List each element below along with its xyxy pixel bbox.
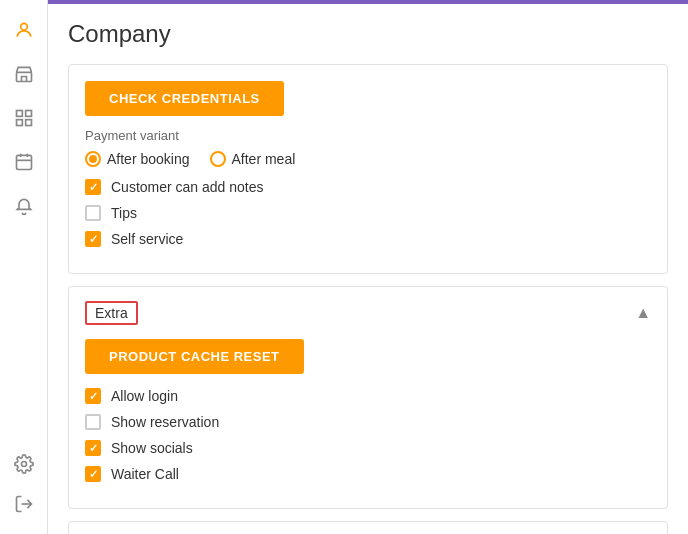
payment-variant-group: After booking After meal [85,151,651,167]
checkbox-self-service-box [85,231,101,247]
sidebar-icon-store[interactable] [6,56,42,92]
svg-rect-5 [25,120,31,126]
checkbox-waiter-call-label: Waiter Call [111,466,179,482]
checkbox-allow-login[interactable]: Allow login [85,388,651,404]
checkbox-show-reservation-box [85,414,101,430]
checkbox-tips-box [85,205,101,221]
sidebar-icon-bell[interactable] [6,188,42,224]
checkbox-tips[interactable]: Tips [85,205,651,221]
checkbox-tips-label: Tips [111,205,137,221]
checkbox-self-service-label: Self service [111,231,183,247]
svg-rect-3 [25,111,31,117]
checkbox-self-service[interactable]: Self service [85,231,651,247]
checkbox-show-reservation[interactable]: Show reservation [85,414,651,430]
sidebar [0,0,48,534]
sidebar-icon-logout[interactable] [6,486,42,522]
radio-after-booking[interactable]: After booking [85,151,190,167]
extra-section-body: PRODUCT CACHE RESET Allow login Show res… [69,339,667,508]
sidebar-icon-grid[interactable] [6,100,42,136]
terms-section: Terms & Conditions ▼ [68,521,668,534]
checkbox-customer-notes-label: Customer can add notes [111,179,264,195]
svg-point-10 [21,462,26,467]
checkbox-allow-login-label: Allow login [111,388,178,404]
terms-section-header[interactable]: Terms & Conditions ▼ [69,522,667,534]
extra-section-header[interactable]: Extra ▲ [69,287,667,339]
checkbox-show-reservation-label: Show reservation [111,414,219,430]
chevron-up-icon: ▲ [635,304,651,322]
payment-variant-label: Payment variant [85,128,651,143]
checkbox-customer-notes-box [85,179,101,195]
company-section: CHECK CREDENTIALS Payment variant After … [68,64,668,274]
main-content: Company CHECK CREDENTIALS Payment varian… [48,0,688,534]
sidebar-icon-person[interactable] [6,12,42,48]
svg-rect-4 [16,120,22,126]
checkbox-allow-login-box [85,388,101,404]
radio-after-booking-circle [85,151,101,167]
extra-section-title: Extra [85,301,138,325]
radio-after-meal-circle [210,151,226,167]
radio-after-meal-label: After meal [232,151,296,167]
checkbox-show-socials-box [85,440,101,456]
svg-rect-2 [16,111,22,117]
checkbox-show-socials[interactable]: Show socials [85,440,651,456]
sidebar-icon-calendar[interactable] [6,144,42,180]
checkbox-show-socials-label: Show socials [111,440,193,456]
product-cache-reset-button[interactable]: PRODUCT CACHE RESET [85,339,304,374]
page-title: Company [68,20,668,48]
checkbox-customer-notes[interactable]: Customer can add notes [85,179,651,195]
svg-rect-6 [16,155,31,169]
svg-point-0 [20,23,27,30]
sidebar-icon-settings[interactable] [6,446,42,482]
radio-after-booking-label: After booking [107,151,190,167]
radio-after-meal[interactable]: After meal [210,151,296,167]
extra-section: Extra ▲ PRODUCT CACHE RESET Allow login … [68,286,668,509]
checkbox-waiter-call[interactable]: Waiter Call [85,466,651,482]
checkbox-waiter-call-box [85,466,101,482]
check-credentials-button[interactable]: CHECK CREDENTIALS [85,81,284,116]
